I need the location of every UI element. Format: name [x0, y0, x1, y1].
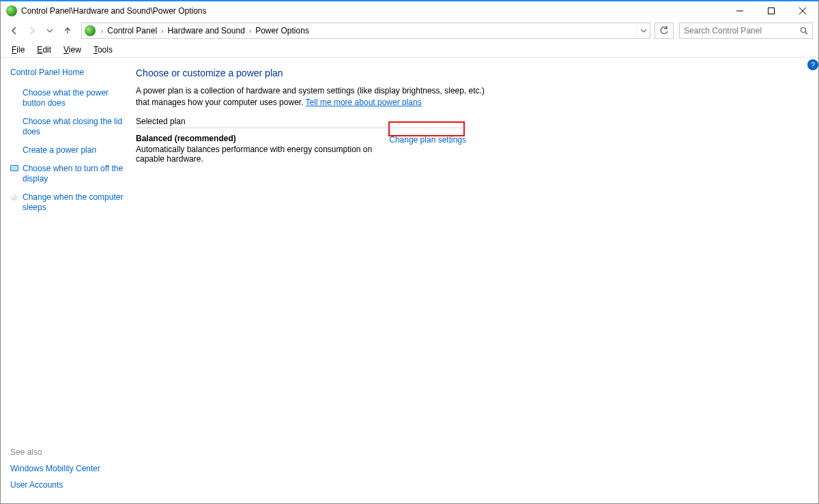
learn-more-link[interactable]: Tell me more about power plans	[306, 98, 422, 107]
change-plan-settings-link[interactable]: Change plan settings	[385, 132, 470, 147]
menu-edit[interactable]: Edit	[31, 44, 57, 56]
window-title: Control Panel\Hardware and Sound\Power O…	[21, 6, 207, 16]
content: ? Choose or customize a power plan A pow…	[130, 58, 818, 503]
toolbar: › Control Panel › Hardware and Sound › P…	[1, 20, 818, 42]
sidebar-link-create-plan[interactable]: Create a power plan	[10, 145, 124, 155]
help-button[interactable]: ?	[807, 59, 818, 70]
chevron-right-icon: ›	[249, 27, 251, 35]
chevron-down-icon	[640, 27, 647, 34]
minimize-button[interactable]	[724, 1, 756, 20]
refresh-icon	[659, 26, 669, 35]
maximize-button[interactable]	[756, 1, 787, 20]
close-button[interactable]	[787, 1, 818, 20]
titlebar: Control Panel\Hardware and Sound\Power O…	[1, 1, 818, 20]
forward-button[interactable]	[24, 23, 40, 39]
refresh-button[interactable]	[655, 23, 674, 39]
menu-tools[interactable]: Tools	[88, 44, 118, 56]
menu-file[interactable]: File	[6, 44, 30, 56]
plan-row: Balanced (recommended) Automatically bal…	[136, 131, 470, 164]
sidebar: Control Panel Home Choose what the power…	[1, 58, 130, 503]
svg-point-4	[801, 28, 806, 33]
related-user-accounts[interactable]: User Accounts	[10, 480, 124, 490]
chevron-right-icon: ›	[101, 27, 103, 35]
search-icon[interactable]	[800, 27, 808, 35]
power-options-icon	[6, 5, 17, 16]
menubar: File Edit View Tools	[1, 42, 818, 58]
main: Control Panel Home Choose what the power…	[1, 58, 818, 503]
up-button[interactable]	[59, 23, 76, 39]
sidebar-link-label: Create a power plan	[23, 145, 96, 155]
plan-description: Automatically balances performance with …	[136, 145, 385, 164]
sidebar-link-label: Change when the computer sleeps	[23, 192, 124, 213]
monitor-icon	[10, 165, 18, 171]
address-dropdown-button[interactable]	[636, 23, 650, 38]
control-panel-home-link[interactable]: Control Panel Home	[10, 68, 124, 77]
chevron-right-icon: ›	[161, 27, 163, 35]
see-also-label: See also	[10, 447, 124, 457]
minimize-icon	[736, 8, 743, 14]
forward-arrow-icon	[27, 26, 37, 35]
sidebar-link-power-button[interactable]: Choose what the power button does	[10, 88, 124, 108]
window-controls	[724, 1, 818, 20]
chevron-down-icon	[46, 27, 53, 34]
breadcrumb-item[interactable]: Power Options	[254, 26, 311, 35]
related-mobility-center[interactable]: Windows Mobility Center	[10, 464, 124, 473]
back-button[interactable]	[6, 23, 23, 39]
menu-view[interactable]: View	[58, 44, 87, 56]
up-arrow-icon	[63, 26, 72, 35]
selected-plan-label: Selected plan	[136, 117, 470, 128]
sidebar-link-computer-sleeps[interactable]: Change when the computer sleeps	[10, 192, 124, 213]
back-arrow-icon	[10, 26, 19, 35]
svg-line-5	[805, 32, 807, 34]
sidebar-link-turn-off-display[interactable]: Choose when to turn off the display	[10, 164, 124, 184]
sidebar-link-closing-lid[interactable]: Choose what closing the lid does	[10, 117, 124, 137]
svg-rect-1	[768, 8, 775, 14]
maximize-icon	[768, 8, 775, 14]
search-box[interactable]	[679, 23, 813, 39]
search-input[interactable]	[684, 26, 800, 35]
moon-icon	[10, 194, 17, 201]
sidebar-link-label: Choose what closing the lid does	[23, 117, 124, 137]
plan-name: Balanced (recommended)	[136, 134, 385, 143]
location-icon	[85, 25, 96, 36]
page-description: A power plan is a collection of hardware…	[136, 85, 491, 108]
page-heading: Choose or customize a power plan	[136, 68, 806, 78]
breadcrumb-item[interactable]: Control Panel	[106, 26, 158, 35]
close-icon	[799, 8, 806, 14]
recent-locations-button[interactable]	[42, 23, 58, 39]
breadcrumb-item[interactable]: Hardware and Sound	[166, 26, 246, 35]
address-bar[interactable]: › Control Panel › Hardware and Sound › P…	[81, 23, 650, 39]
sidebar-link-label: Choose what the power button does	[23, 88, 124, 108]
sidebar-link-label: Choose when to turn off the display	[23, 164, 124, 184]
